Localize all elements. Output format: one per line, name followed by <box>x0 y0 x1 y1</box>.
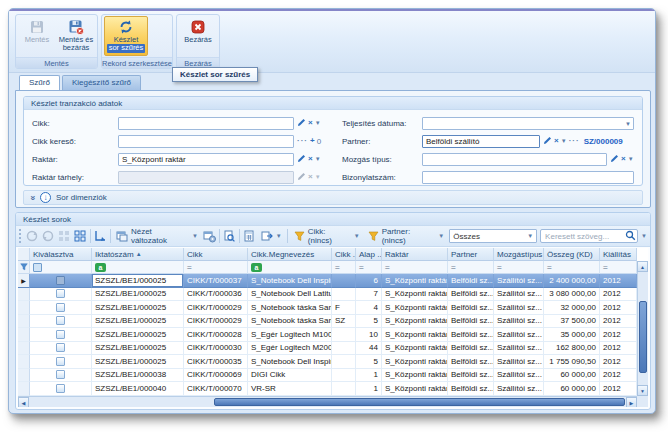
table-row[interactable]: ▶SZSZL/BE1/000025CIKK/T/000037S_Notebook… <box>18 274 637 288</box>
collapse-all-icon[interactable] <box>42 230 55 243</box>
table-row[interactable]: SZSZL/BE1/000025CIKK/T/000035S_Notebook … <box>18 355 637 369</box>
header-cell[interactable]: Kiválasztva <box>30 248 92 261</box>
clear-icon[interactable]: × <box>621 155 626 163</box>
ellipsis-icon[interactable]: ··· <box>297 137 308 145</box>
partner-filter-button[interactable]: Partner: (nincs) ▼ <box>365 226 447 246</box>
scroll-down-button[interactable]: ▼ <box>637 385 648 396</box>
cikk-kereso-input[interactable] <box>118 135 294 148</box>
clear-icon[interactable]: × <box>308 119 313 127</box>
chevron-down-icon[interactable]: ▼ <box>628 156 634 162</box>
mozgas-tipus-input[interactable] <box>422 153 607 166</box>
header-cell[interactable]: Alap ... <box>356 248 382 261</box>
table-row[interactable]: SZSZL/BE1/000025CIKK/T/000036S_Notebook … <box>18 288 637 302</box>
chevron-down-icon[interactable]: ▼ <box>315 156 321 162</box>
raktar-input[interactable] <box>118 153 294 166</box>
table-row[interactable]: SZSZL/BE1/000025CIKK/T/000028S_Egér Logi… <box>18 328 637 342</box>
scroll-left-button[interactable]: ◀ <box>18 397 29 407</box>
view-variants-button[interactable]: Nézet változatok ▼ <box>114 226 200 246</box>
print-preview-icon[interactable] <box>223 230 236 243</box>
chevron-down-icon[interactable]: ▼ <box>625 121 631 127</box>
tab-kiegeszito-szuro[interactable]: Kiegészítő szűrő <box>62 75 141 90</box>
export-button[interactable]: ▼ <box>259 229 284 244</box>
expand-all-icon[interactable] <box>26 230 39 243</box>
teljesites-datuma-input[interactable] <box>422 117 634 130</box>
row-checkbox[interactable] <box>56 303 65 312</box>
toolbar-grip[interactable] <box>19 229 23 243</box>
toolbar-overflow-icon[interactable]: ▼ <box>641 233 647 239</box>
cikk-filter-button[interactable]: Cikk: (nincs) ▼ <box>291 226 362 246</box>
chart-axis-icon[interactable] <box>94 230 107 243</box>
header-cell[interactable]: Összeg (KD) <box>544 248 600 261</box>
sor-dimenziok-expander[interactable]: » ↓ Sor dimenziók <box>23 190 643 205</box>
grid-cell: 2012 <box>600 274 637 288</box>
row-checkbox[interactable] <box>56 316 65 325</box>
table-row[interactable]: SZSZL/BE1/000025CIKK/T/000030S_Egér Logi… <box>18 342 637 356</box>
calculator-icon[interactable] <box>243 230 256 243</box>
header-cell[interactable]: Kiállítás <box>600 248 637 261</box>
row-checkbox[interactable] <box>56 370 65 379</box>
partner-document-link[interactable]: SZ/000009 <box>584 137 623 146</box>
pencil-icon[interactable] <box>297 118 306 129</box>
row-checkbox[interactable] <box>56 343 65 352</box>
save-button[interactable]: Mentés <box>18 16 56 56</box>
filter-cell[interactable]: = <box>494 261 544 274</box>
filter-funnel-cell[interactable] <box>18 261 30 274</box>
partner-input[interactable] <box>422 135 540 148</box>
row-checkbox[interactable] <box>56 330 65 339</box>
chevron-down-icon[interactable]: ▼ <box>315 120 321 126</box>
filter-cell[interactable]: a <box>248 261 332 274</box>
vertical-scroll-thumb[interactable] <box>639 301 647 373</box>
filter-cell[interactable] <box>30 261 92 274</box>
chevron-down-icon[interactable]: ▼ <box>561 138 567 144</box>
header-cell[interactable]: Cikk.Megnevezés <box>248 248 332 261</box>
filter-cell[interactable]: = <box>544 261 600 274</box>
header-cell[interactable]: Cikk <box>184 248 248 261</box>
grid-view-icon[interactable] <box>74 230 87 243</box>
header-cell[interactable]: Raktár <box>382 248 448 261</box>
pencil-icon[interactable] <box>297 154 306 165</box>
header-cell[interactable]: Mozgástípus <box>494 248 544 261</box>
search-input[interactable] <box>545 232 625 241</box>
cikk-input[interactable] <box>118 117 294 130</box>
filter-cell[interactable]: = <box>600 261 637 274</box>
grid-cell: S_Központi raktár <box>382 315 448 329</box>
horizontal-scrollbar[interactable]: ◀ ▶ <box>18 396 637 407</box>
table-row[interactable]: SZSZL/BE1/000040CIKK/T/000070VR-SR1S_Köz… <box>18 382 637 396</box>
ellipsis-icon[interactable]: ··· <box>569 137 580 145</box>
grid-settings-icon[interactable] <box>203 230 216 243</box>
clear-icon[interactable]: × <box>308 155 313 163</box>
header-cell[interactable]: Iktatószám▲ <box>92 248 184 261</box>
scroll-right-button[interactable]: ▶ <box>626 397 637 407</box>
vertical-scrollbar[interactable]: ▲ ▼ <box>637 261 648 396</box>
save-and-close-button[interactable]: Mentés és bezárás <box>57 16 95 56</box>
row-checkbox[interactable] <box>56 289 65 298</box>
horizontal-scroll-thumb[interactable] <box>214 398 625 406</box>
grid-cell: 2012 <box>600 342 637 356</box>
filter-cell[interactable]: = <box>332 261 356 274</box>
close-button[interactable]: Bezárás <box>179 16 217 56</box>
bizonylatszam-input[interactable] <box>422 171 634 184</box>
header-cell[interactable]: Cikk ... <box>332 248 356 261</box>
filter-cell[interactable]: = <box>184 261 248 274</box>
scope-combobox[interactable]: Összes ▼ <box>449 229 537 243</box>
row-checkbox[interactable] <box>56 357 65 366</box>
table-row[interactable]: SZSZL/BE1/000038CIKK/T/000069DIGI Cikk1S… <box>18 369 637 383</box>
table-row[interactable]: SZSZL/BE1/000025CIKK/T/000029S_Notebook … <box>18 315 637 329</box>
clear-icon[interactable]: × <box>554 137 559 145</box>
card-view-icon[interactable] <box>58 230 71 243</box>
filter-cell[interactable]: = <box>448 261 494 274</box>
keszlet-sor-szures-button[interactable]: Készlet sor szűrés <box>104 16 148 56</box>
row-checkbox[interactable] <box>56 276 65 285</box>
tab-szuro[interactable]: Szűrő <box>19 75 60 90</box>
pencil-icon[interactable] <box>543 136 552 147</box>
filter-cell[interactable]: = <box>382 261 448 274</box>
plus-icon[interactable]: + <box>310 137 315 145</box>
pencil-icon[interactable] <box>610 154 619 165</box>
scroll-up-button[interactable]: ▲ <box>637 261 648 272</box>
row-checkbox[interactable] <box>56 384 65 393</box>
header-cell[interactable]: Partner <box>448 248 494 261</box>
filter-cell[interactable]: = <box>356 261 382 274</box>
search-icon[interactable] <box>625 230 636 243</box>
filter-cell[interactable]: a <box>92 261 184 274</box>
table-row[interactable]: SZSZL/BE1/000025CIKK/T/000029S_Notebook … <box>18 301 637 315</box>
